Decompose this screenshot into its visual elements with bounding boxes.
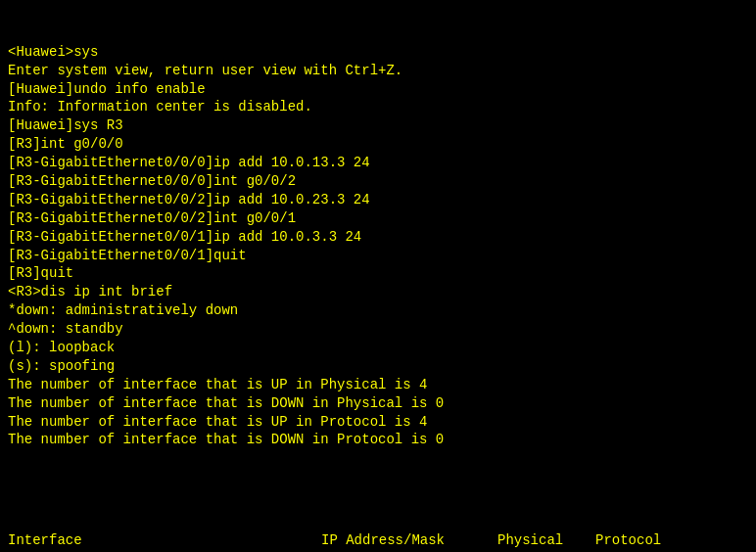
terminal-line: [R3-GigabitEthernet0/0/2]int g0/0/1 [8,209,748,228]
terminal-line: ^down: standby [8,320,748,339]
terminal-line: *down: administratively down [8,301,748,320]
header-protocol: Protocol [595,531,693,550]
terminal-line: [R3-GigabitEthernet0/0/1]ip add 10.0.3.3… [8,228,748,247]
header-ip: IP Address/Mask [321,531,497,550]
terminal-line: The number of interface that is DOWN in … [8,394,748,413]
header-interface: Interface [8,531,321,550]
terminal-line: The number of interface that is DOWN in … [8,431,748,449]
terminal-line: [Huawei]undo info enable [8,80,748,99]
table-header-row: Interface IP Address/Mask Physical Proto… [8,531,748,550]
terminal-line: [R3-GigabitEthernet0/0/0]int g0/0/2 [8,172,748,191]
terminal-line: (l): loopback [8,339,748,357]
terminal-line: [R3]quit [8,264,748,283]
terminal-line: The number of interface that is UP in Ph… [8,376,748,394]
header-physical: Physical [497,531,595,550]
terminal-window[interactable]: <Huawei>sysEnter system view, return use… [0,0,756,552]
terminal-line: <Huawei>sys [8,43,748,62]
terminal-line: [R3-GigabitEthernet0/0/2]ip add 10.0.23.… [8,191,748,209]
terminal-line: [Huawei]sys R3 [8,116,748,135]
terminal-line: [R3-GigabitEthernet0/0/1]quit [8,247,748,265]
terminal-line: Enter system view, return user view with… [8,62,748,80]
interface-table: Interface IP Address/Mask Physical Proto… [8,494,748,552]
terminal-line: [R3-GigabitEthernet0/0/0]ip add 10.0.13.… [8,154,748,172]
terminal-line: The number of interface that is UP in Pr… [8,413,748,432]
terminal-line: <R3>dis ip int brief [8,283,748,301]
terminal-lines: <Huawei>sysEnter system view, return use… [8,43,748,450]
terminal-line: Info: Information center is disabled. [8,98,748,116]
terminal-line: [R3]int g0/0/0 [8,135,748,154]
terminal-line: (s): spoofing [8,357,748,376]
